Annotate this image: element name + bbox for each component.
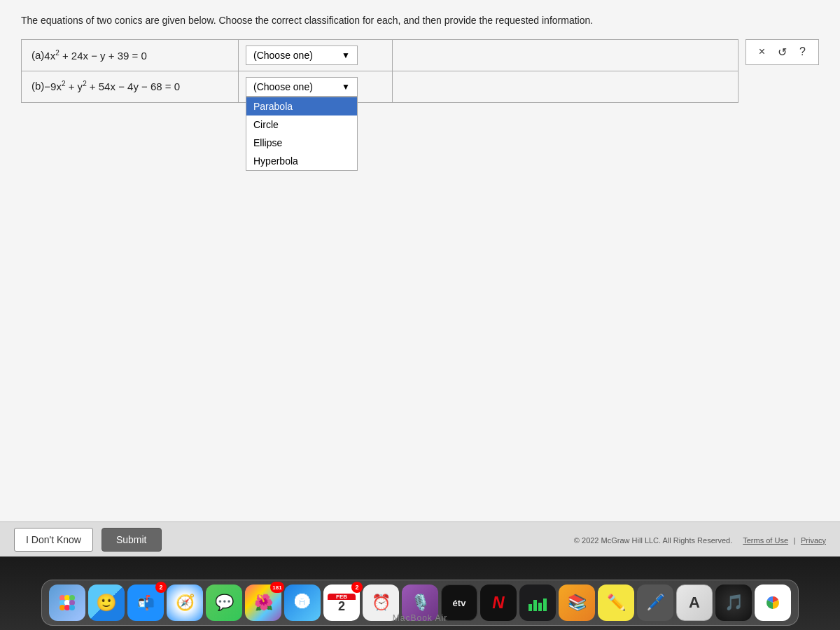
svg-point-7 — [64, 605, 70, 610]
svg-rect-9 — [528, 604, 532, 611]
dropdown-b-menu: Parabola Circle Ellipse Hyperbola — [246, 97, 358, 171]
copyright-text: © 2022 McGraw Hill LLC. All Rights Reser… — [574, 536, 732, 545]
netflix-icon: N — [492, 593, 504, 612]
equation-a: 4x2 + 24x − y + 39 = 0 — [44, 49, 147, 62]
dock-finder[interactable]: 🙂 — [88, 584, 125, 621]
dropdown-b-label: (Choose one) — [253, 81, 313, 92]
dropdown-b-button[interactable]: (Choose one) ▼ — [246, 77, 358, 97]
instructions-text: The equations of two conics are given be… — [21, 14, 819, 28]
dock-calendar[interactable]: 2 FEB 2 — [323, 584, 360, 621]
terms-link[interactable]: Terms of Use — [743, 536, 788, 545]
dock-fontbook[interactable]: A — [676, 584, 713, 621]
dont-know-button[interactable]: I Don't Know — [14, 528, 93, 552]
badge-2: 2 — [155, 582, 167, 593]
privacy-link[interactable]: Privacy — [801, 536, 826, 545]
dock-scribble[interactable]: 🖊️ — [637, 584, 673, 621]
dropdown-option-ellipse[interactable]: Ellipse — [246, 134, 357, 152]
dock-area: 🙂 2 📬 🧭 💬 181 🌺 🅐 2 FEB 2 — [0, 556, 840, 630]
dock-netflix[interactable]: N — [480, 584, 517, 621]
svg-point-3 — [59, 600, 65, 606]
row-a: (a) 4x2 + 24x − y + 39 = 0 (Choose one) … — [21, 39, 738, 71]
submit-button[interactable]: Submit — [102, 528, 162, 552]
chrome-icon — [762, 592, 783, 613]
notes-icon: ✏️ — [607, 594, 626, 612]
dropdown-b-container: (Choose one) ▼ Parabola Circle Ellipse H… — [246, 77, 358, 97]
dock-notes[interactable]: ✏️ — [598, 584, 634, 621]
row-b: (b) −9x2 + y2 + 54x − 4y − 68 = 0 (Choos… — [21, 71, 738, 103]
macbook-label: MacBook Air — [393, 613, 447, 623]
question-b-label: (b) −9x2 + y2 + 54x − 4y − 68 = 0 — [22, 71, 239, 102]
equation-b: −9x2 + y2 + 54x − 4y − 68 = 0 — [44, 80, 180, 92]
dropdown-b-arrow: ▼ — [342, 82, 350, 92]
svg-point-0 — [59, 595, 65, 601]
help-button[interactable]: ? — [798, 46, 807, 58]
appstore-icon: 🅐 — [295, 594, 310, 612]
badge-181: 181 — [270, 582, 284, 593]
dock-books[interactable]: 📚 — [559, 584, 595, 621]
stocks-icon — [527, 593, 548, 612]
svg-point-2 — [69, 595, 75, 601]
dropdown-a-container: (Choose one) ▼ — [246, 46, 358, 65]
safari-icon: 🧭 — [176, 594, 195, 612]
messages-icon: 💬 — [215, 594, 234, 612]
dropdown-a-label: (Choose one) — [253, 50, 313, 61]
terms-separator — [736, 536, 740, 545]
dropdown-a-button[interactable]: (Choose one) ▼ — [246, 46, 358, 65]
svg-point-6 — [59, 605, 65, 610]
answer-a-cell — [393, 40, 738, 71]
dropdown-option-circle[interactable]: Circle — [246, 115, 357, 134]
finder-icon: 🙂 — [96, 593, 117, 612]
question-a-label: (a) 4x2 + 24x − y + 39 = 0 — [22, 40, 239, 71]
dock-messages[interactable]: 💬 — [206, 584, 242, 621]
svg-point-4 — [64, 600, 70, 606]
dropdown-option-parabola[interactable]: Parabola — [246, 97, 357, 115]
reminders-icon: ⏰ — [372, 594, 391, 612]
svg-rect-11 — [538, 603, 542, 611]
badge-calendar-2: 2 — [351, 582, 363, 593]
svg-point-1 — [64, 595, 70, 601]
dropdown-b-cell[interactable]: (Choose one) ▼ Parabola Circle Ellipse H… — [239, 71, 393, 102]
part-b: (b) — [31, 80, 44, 92]
dock-photos[interactable]: 181 🌺 — [245, 584, 281, 621]
launchpad-icon — [57, 593, 77, 612]
dock-launchpad[interactable] — [49, 584, 85, 621]
part-a: (a) — [31, 49, 44, 61]
answer-b-cell — [393, 71, 738, 102]
svg-rect-12 — [543, 598, 547, 611]
dock-stocks[interactable] — [519, 584, 556, 621]
dock-music[interactable]: 🎵 — [715, 584, 752, 621]
svg-point-5 — [69, 600, 75, 606]
content-area: The equations of two conics are given be… — [0, 0, 840, 556]
fontbook-icon: A — [689, 594, 700, 612]
pipe-separator: | — [792, 536, 798, 545]
left-actions: I Don't Know Submit — [14, 528, 162, 552]
dropdown-a-cell: (Choose one) ▼ — [239, 40, 393, 71]
books-icon: 📚 — [568, 594, 587, 612]
dropdown-option-hyperbola[interactable]: Hyperbola — [246, 152, 357, 170]
questions-wrapper: (a) 4x2 + 24x − y + 39 = 0 (Choose one) … — [21, 39, 819, 103]
right-controls: × ↺ ? — [746, 39, 819, 65]
music-icon: 🎵 — [724, 594, 743, 612]
podcasts-icon: 🎙️ — [411, 594, 430, 612]
svg-rect-10 — [533, 600, 537, 611]
bottom-bar: I Don't Know Submit © 2022 McGraw Hill L… — [0, 522, 840, 556]
copyright-area: © 2022 McGraw Hill LLC. All Rights Reser… — [574, 533, 826, 546]
photos-icon: 🌺 — [254, 594, 273, 612]
dock-item-badge2[interactable]: 2 📬 — [127, 584, 164, 621]
questions-left: (a) 4x2 + 24x − y + 39 = 0 (Choose one) … — [21, 39, 738, 103]
badge-icon: 📬 — [137, 594, 155, 611]
svg-point-8 — [69, 605, 75, 610]
calendar-icon: FEB 2 — [328, 594, 356, 612]
dock-safari[interactable]: 🧭 — [167, 584, 203, 621]
dock-chrome[interactable] — [755, 584, 791, 621]
main-content: The equations of two conics are given be… — [0, 0, 840, 556]
close-button[interactable]: × — [757, 46, 766, 58]
dock-appstore[interactable]: 🅐 — [284, 584, 321, 621]
undo-button[interactable]: ↺ — [776, 46, 788, 59]
scribble-icon: 🖊️ — [646, 594, 665, 612]
dropdown-a-arrow: ▼ — [342, 50, 350, 60]
appletv-icon: étv — [453, 598, 466, 608]
